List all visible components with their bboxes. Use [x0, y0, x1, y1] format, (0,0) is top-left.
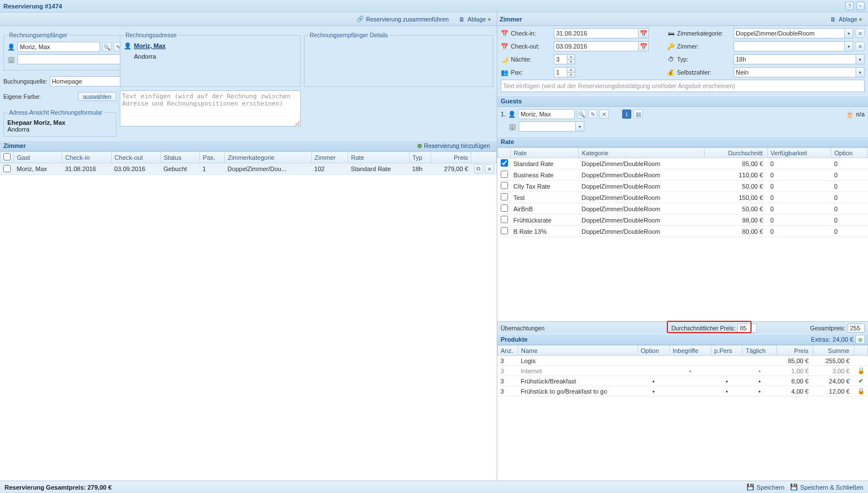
avgprice-input[interactable] [737, 324, 757, 333]
roomcat-dd[interactable]: ▾ [844, 28, 853, 38]
confirm-text-input[interactable] [501, 80, 865, 92]
billing-recipient-input[interactable] [18, 42, 100, 52]
prod-col-anz[interactable]: Anz. [498, 346, 518, 356]
rate-col-opt[interactable]: Option [831, 148, 868, 158]
delete-row-icon[interactable]: ✕ [485, 164, 494, 173]
col-status[interactable]: Status [160, 152, 199, 163]
nights-icon: 🌙 [501, 55, 509, 63]
roomcat-select[interactable] [734, 28, 844, 38]
col-typ[interactable]: Typ [409, 152, 431, 163]
prod-col-summe[interactable]: Summe [813, 346, 854, 356]
add-reservation-button[interactable]: ⊕ Reservierung hinzufügen [414, 141, 493, 150]
type-select[interactable] [734, 54, 856, 64]
copy-row-icon[interactable]: ⧉ [474, 164, 483, 173]
search-icon-button[interactable]: 🔍 [102, 42, 111, 51]
booking-source-select[interactable] [50, 76, 132, 86]
guest-edit[interactable]: ✎ [588, 110, 597, 119]
rate-row[interactable]: TestDoppelZimmer/DoubleRoom150,00 €00 [498, 192, 868, 203]
roomcat-clear[interactable]: ✕ [856, 29, 865, 38]
rate-row-checkbox[interactable] [501, 159, 508, 167]
checkin-input[interactable] [554, 28, 639, 38]
product-row[interactable]: 3Logis85,00 €255,00 € [498, 356, 868, 366]
col-zimmer[interactable]: Zimmer [311, 152, 348, 163]
checkout-picker[interactable]: 📅 [639, 41, 649, 51]
choose-color-button[interactable]: auswählen [78, 92, 116, 101]
zimmer-selectall-checkbox[interactable] [3, 153, 11, 160]
nights-down[interactable]: ▾ [567, 59, 575, 64]
rate-row-checkbox[interactable] [501, 182, 508, 189]
selfpay-select[interactable] [734, 67, 856, 77]
prod-col-taglich[interactable]: Täglich [743, 346, 776, 356]
rate-table: Rate Kategorie Durchschnitt Verfügbarkei… [497, 147, 868, 237]
building-icon: 🏢 [7, 55, 15, 63]
product-row[interactable]: 3Frühstück to go/Breakfast to go•••4,00 … [498, 386, 868, 396]
help-button[interactable]: ? [845, 2, 854, 10]
save-close-button[interactable]: 💾 Speichern & Schließen [790, 483, 863, 491]
col-preis[interactable]: Preis [431, 152, 471, 163]
col-gast[interactable]: Gast [14, 152, 62, 163]
nights-up[interactable]: ▴ [567, 54, 575, 59]
row-checkbox[interactable] [3, 165, 11, 172]
guest-delete[interactable]: ✕ [600, 110, 609, 119]
invoice-text-area[interactable] [120, 90, 301, 126]
room-clear[interactable]: ✕ [856, 42, 865, 51]
col-rate[interactable]: Rate [348, 152, 409, 163]
guest-na: n/a [856, 111, 865, 117]
save-button[interactable]: 💾 Speichern [747, 483, 785, 491]
guest-card[interactable]: ▤ [633, 110, 643, 119]
pax-down[interactable]: ▾ [567, 72, 575, 77]
rate-row-checkbox[interactable] [501, 204, 508, 212]
rate-row[interactable]: City Tax RateDoppelZimmer/DoubleRoom50,0… [498, 181, 868, 192]
rate-col-avail[interactable]: Verfügbarkeit [767, 148, 831, 158]
col-checkout[interactable]: Check-out [111, 152, 160, 163]
minimize-button[interactable]: – [856, 2, 865, 10]
merge-reservation-button[interactable]: 🔗 Reservierung zusammenführen [353, 14, 453, 24]
product-row[interactable]: 3Frühstück/Breakfast•••8,00 €24,00 €✔ [498, 376, 868, 386]
room-select[interactable] [734, 41, 844, 51]
rate-row[interactable]: Standard RateDoppelZimmer/DoubleRoom85,0… [498, 158, 868, 169]
product-row[interactable]: 3Internet••1,00 €3,00 €🔒 [498, 366, 868, 376]
rate-row-checkbox[interactable] [501, 216, 508, 223]
col-kat[interactable]: Zimmerkategorie [225, 152, 311, 163]
pax-up[interactable]: ▴ [567, 67, 575, 72]
rate-row-checkbox[interactable] [501, 193, 508, 200]
ablage-button-right[interactable]: 🗎 Ablage + [826, 14, 866, 24]
prod-col-preis[interactable]: Preis [776, 346, 813, 356]
window-title: Reservierung #1474 [3, 3, 62, 10]
rate-row[interactable]: B Rate 13%DoppelZimmer/DoubleRoom80,00 €… [498, 226, 868, 237]
guest-company-dd[interactable]: ▾ [575, 121, 584, 132]
prod-col-name[interactable]: Name [518, 346, 638, 356]
room-label: Zimmer: [677, 43, 731, 50]
rate-row[interactable]: FrühtücksrateDoppelZimmer/DoubleRoom98,0… [498, 215, 868, 226]
rate-row-checkbox[interactable] [501, 227, 508, 234]
type-dd[interactable]: ▾ [856, 54, 865, 64]
guest-search[interactable]: 🔍 [577, 110, 586, 119]
rate-col-rate[interactable]: Rate [511, 148, 579, 158]
selfpay-dd[interactable]: ▾ [856, 67, 865, 77]
room-dd[interactable]: ▾ [844, 41, 853, 51]
guest-info[interactable]: i [622, 110, 631, 119]
col-checkin[interactable]: Check-in [62, 152, 111, 163]
prod-col-option[interactable]: Option [637, 346, 669, 356]
table-row[interactable]: Moriz, Max31.08.201603.09.2016Gebucht1Do… [1, 163, 497, 175]
rate-col-kat[interactable]: Kategorie [579, 148, 704, 158]
ablage-label-right: Ablage [839, 16, 857, 23]
guest-name-input[interactable] [518, 109, 575, 119]
nights-input[interactable] [554, 54, 567, 64]
checkout-input[interactable] [554, 41, 639, 51]
prod-col-inbegr[interactable]: Inbegriffe [670, 346, 711, 356]
checkin-picker[interactable]: 📅 [639, 28, 649, 38]
col-pax[interactable]: Pax. [199, 152, 224, 163]
totalprice-input[interactable] [848, 324, 865, 333]
rate-row-checkbox[interactable] [501, 171, 508, 178]
add-product-button[interactable]: ⊕ [856, 335, 865, 344]
rate-col-avg[interactable]: Durchschnitt [704, 148, 767, 158]
ablage-button-left[interactable]: 🗎 Ablage + [454, 14, 494, 24]
pax-input[interactable] [554, 67, 567, 77]
guest-company-input[interactable] [519, 121, 575, 132]
rate-row[interactable]: Business RateDoppelZimmer/DoubleRoom110,… [498, 169, 868, 181]
rate-row[interactable]: AirBnBDoppelZimmer/DoubleRoom50,00 €00 [498, 203, 868, 215]
billing-address-name[interactable]: Moriz, Max [134, 42, 166, 49]
prod-col-ppers[interactable]: p.Pers [711, 346, 743, 356]
billing-company-input[interactable] [18, 54, 125, 64]
